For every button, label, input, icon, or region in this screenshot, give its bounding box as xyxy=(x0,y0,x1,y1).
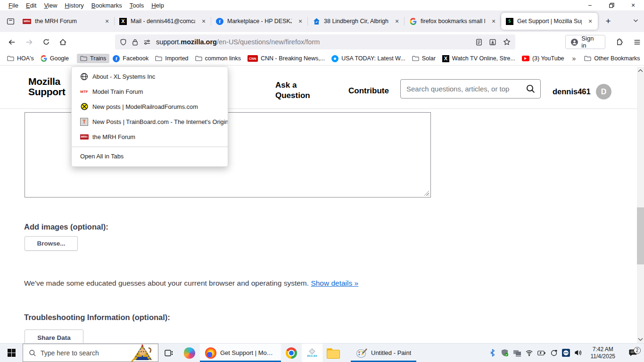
tab-close-icon[interactable]: × xyxy=(586,16,595,26)
scrollbar-thumb[interactable] xyxy=(637,207,644,264)
scroll-up-arrow-icon[interactable] xyxy=(637,67,644,74)
username-label[interactable]: dennis461 xyxy=(553,87,591,96)
scroll-down-arrow-icon[interactable] xyxy=(637,336,644,343)
tab-zillow[interactable]: 38 Lindbergh Cir, Albrightsvi × xyxy=(308,13,405,30)
forward-button[interactable] xyxy=(22,34,37,49)
bookmark-facebook[interactable]: f Facebook xyxy=(109,54,152,64)
bluetooth-icon[interactable] xyxy=(488,349,497,357)
search-icon[interactable] xyxy=(526,84,536,94)
clock-date: 11/4/2025 xyxy=(591,353,616,360)
home-button[interactable] xyxy=(56,34,71,49)
open-all-in-tabs[interactable]: Open All in Tabs xyxy=(72,149,228,163)
tab-close-icon[interactable]: × xyxy=(296,16,305,26)
taskbar-firefox-window[interactable]: Get Support | Mozil... xyxy=(200,344,281,362)
mrh-icon: MRH xyxy=(23,19,31,24)
url-bar[interactable]: support.mozilla.org/en-US/questions/new/… xyxy=(115,34,515,49)
bookmarks-overflow-button[interactable]: » xyxy=(568,55,581,62)
taskbar-file-explorer-button[interactable] xyxy=(322,344,343,362)
bookmark-folder-common-links[interactable]: common links xyxy=(192,54,244,63)
firefox-view-button[interactable] xyxy=(4,14,17,28)
nav-contribute[interactable]: Contribute xyxy=(348,86,389,96)
reader-mode-icon[interactable] xyxy=(476,39,482,46)
nav-ask-a-question[interactable]: Ask a Question xyxy=(275,80,318,101)
teamviewer-icon[interactable] xyxy=(562,349,570,357)
dropdown-item-label: the MRH Forum xyxy=(92,133,135,140)
avatar[interactable]: D xyxy=(596,84,611,99)
permissions-icon[interactable] xyxy=(143,39,151,46)
dropdown-item-trainboard[interactable]: T New Posts | TrainBoard.com - The Inter… xyxy=(72,114,228,129)
dropdown-item-model-train-forum[interactable]: MTF Model Train Forum xyxy=(72,84,228,99)
restore-button[interactable] xyxy=(601,0,622,10)
bookmark-folder-hoas[interactable]: HOA's xyxy=(4,54,37,63)
list-all-tabs-button[interactable] xyxy=(632,17,639,24)
bookmark-folder-solar[interactable]: Solar xyxy=(409,54,439,63)
dropdown-item-mrh-forum[interactable]: MRH the MRH Forum xyxy=(72,129,228,144)
menu-view[interactable]: View xyxy=(40,1,61,9)
taskbar-clock[interactable]: 7:42 AM 11/4/2025 xyxy=(586,346,620,360)
copilot-button[interactable] xyxy=(179,344,200,362)
bookmark-youtube[interactable]: (3) YouTube xyxy=(519,54,568,63)
share-data-button[interactable]: Share Data xyxy=(25,329,83,343)
display-monitor-icon[interactable] xyxy=(513,349,521,357)
url-text[interactable]: support.mozilla.org/en-US/questions/new/… xyxy=(156,38,472,46)
folder-icon xyxy=(155,55,162,62)
tab-facebook-marketplace[interactable]: f Marketplace - HP DESKJET 2 × xyxy=(211,13,308,30)
menu-file[interactable]: File xyxy=(5,1,22,9)
tab-close-icon[interactable]: × xyxy=(199,16,208,26)
close-button[interactable]: × xyxy=(622,0,644,10)
tab-get-support-active[interactable]: S Get Support | Mozilla Suppo × xyxy=(501,13,598,30)
notification-center-button[interactable]: 2 xyxy=(623,349,643,357)
support-search-box[interactable] xyxy=(400,79,541,99)
save-page-icon[interactable] xyxy=(489,39,496,46)
mozilla-support-logo[interactable]: Mozilla Support xyxy=(28,76,65,97)
menu-tools[interactable]: Tools xyxy=(126,1,148,9)
taskbar-chrome-button[interactable] xyxy=(281,344,302,362)
tab-comcast-mail[interactable]: X Mail - dennis461@comcast.n × xyxy=(115,13,211,30)
taskbar-search-box[interactable]: Type here to search xyxy=(23,344,158,362)
battery-icon[interactable] xyxy=(537,349,546,357)
tab-close-icon[interactable]: × xyxy=(102,16,112,26)
bookmark-star-icon[interactable] xyxy=(503,38,511,46)
browse-button[interactable]: Browse... xyxy=(25,236,78,251)
menu-history[interactable]: History xyxy=(61,1,87,9)
tab-google-search[interactable]: firefox bookmarks small list × xyxy=(405,13,501,30)
taskbar-dccex-button[interactable]: DCC-EX xyxy=(302,344,322,362)
menu-edit[interactable]: Edit xyxy=(22,1,40,9)
bookmark-google[interactable]: Google xyxy=(37,54,72,63)
tab-close-icon[interactable]: × xyxy=(392,16,402,26)
bookmark-cnn[interactable]: CNN CNN - Breaking News,... xyxy=(244,54,328,63)
new-tab-button[interactable]: + xyxy=(602,15,615,28)
windows-security-icon[interactable] xyxy=(501,349,509,357)
other-bookmarks-folder[interactable]: Other Bookmarks xyxy=(581,54,643,63)
menu-help[interactable]: Help xyxy=(148,1,168,9)
lock-icon[interactable] xyxy=(132,39,138,46)
bookmark-folder-trains-open[interactable]: Trains xyxy=(77,54,109,63)
camera-icon[interactable] xyxy=(550,349,558,357)
volume-icon[interactable] xyxy=(574,349,583,357)
start-button[interactable] xyxy=(0,344,23,362)
shield-icon[interactable] xyxy=(120,39,127,46)
page-scrollbar[interactable] xyxy=(637,67,644,343)
taskbar-paint-window[interactable]: Untitled - Paint xyxy=(351,344,416,362)
reload-button[interactable] xyxy=(39,34,54,49)
task-view-button[interactable] xyxy=(158,344,179,362)
minimize-button[interactable]: − xyxy=(579,0,601,10)
bookmark-watch-tv[interactable]: X Watch TV Online, Stre... xyxy=(439,54,519,64)
sign-in-button[interactable]: Sign in xyxy=(565,35,605,49)
tab-close-icon[interactable]: × xyxy=(489,16,498,26)
wifi-icon[interactable] xyxy=(525,349,534,357)
app-menu-button[interactable] xyxy=(630,35,644,49)
back-button[interactable] xyxy=(5,34,20,49)
extensions-button[interactable] xyxy=(612,35,626,49)
dropdown-item-modelrailroadforums[interactable]: New posts | ModelRailroadForums.com xyxy=(72,99,228,114)
clock-time: 7:42 AM xyxy=(591,346,616,353)
tab-mrh-forum[interactable]: MRH the MRH Forum × xyxy=(18,13,115,30)
support-search-input[interactable] xyxy=(405,84,526,93)
bookmark-folder-imported[interactable]: Imported xyxy=(152,54,191,63)
menu-bookmarks[interactable]: Bookmarks xyxy=(88,1,126,9)
show-details-link[interactable]: Show details » xyxy=(311,279,358,287)
pharaoh-image[interactable] xyxy=(127,344,158,362)
dropdown-item-xl-systems[interactable]: About - XL Systems Inc xyxy=(72,69,228,84)
facebook-icon: f xyxy=(216,18,223,25)
bookmark-usa-today[interactable]: USA TODAY: Latest W... xyxy=(328,54,408,64)
